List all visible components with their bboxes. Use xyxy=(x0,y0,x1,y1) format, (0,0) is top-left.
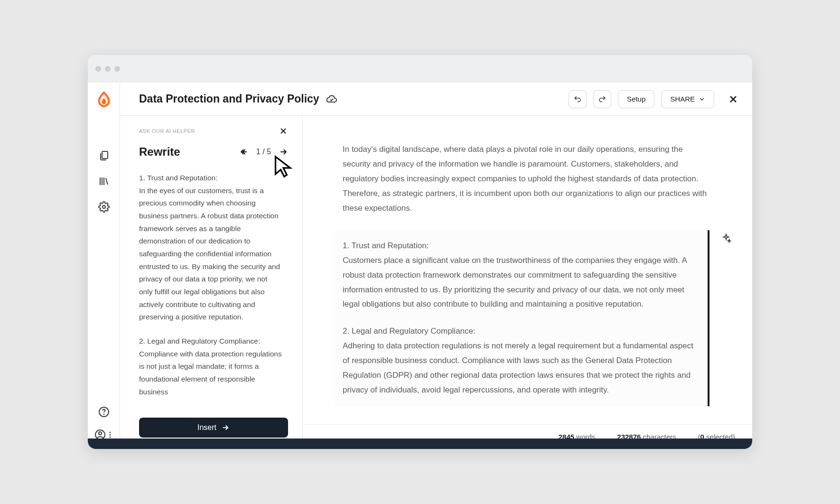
share-button-label: SHARE xyxy=(670,95,695,103)
close-ai-panel-icon[interactable] xyxy=(279,126,288,136)
pager-next-icon[interactable] xyxy=(279,147,288,157)
traffic-light-minimize[interactable] xyxy=(105,66,111,72)
doc-block2-heading: 2. Legal and Regulatory Compliance: xyxy=(343,327,476,336)
documents-icon[interactable] xyxy=(98,150,110,161)
traffic-light-close[interactable] xyxy=(95,66,101,72)
redo-icon xyxy=(598,95,607,103)
arrow-right-icon xyxy=(221,423,230,432)
ai-sparkle-icon[interactable] xyxy=(721,233,731,243)
app-logo-icon xyxy=(95,91,112,108)
settings-icon[interactable] xyxy=(98,201,110,213)
doc-block1-body: Customers place a significant value on t… xyxy=(343,256,687,309)
ai-sec2-heading: 2. Legal and Regulatory Compliance: xyxy=(139,337,260,345)
svg-point-1 xyxy=(103,205,105,208)
doc-block2-body: Adhering to data protection regulations … xyxy=(343,341,693,394)
help-icon[interactable] xyxy=(98,406,110,418)
window-titlebar xyxy=(88,55,752,83)
document-title[interactable]: Data Protection and Privacy Policy xyxy=(139,93,319,105)
selected-text-block[interactable]: 1. Trust and Reputation: Customers place… xyxy=(334,230,709,406)
undo-icon xyxy=(573,95,582,103)
undo-button[interactable] xyxy=(569,90,587,108)
document-scroll[interactable]: In today's digital landscape, where data… xyxy=(303,116,752,424)
content-row: ASK OUR AI HELPER Rewrite 1 / 5 xyxy=(120,116,752,449)
ai-sec1-body: In the eyes of our customers, trust is a… xyxy=(139,187,280,321)
svg-point-7 xyxy=(109,434,111,436)
svg-point-3 xyxy=(103,414,104,415)
redo-button[interactable] xyxy=(593,90,611,108)
ai-sec2-body: Compliance with data protection regulati… xyxy=(139,350,282,396)
setup-button[interactable]: Setup xyxy=(618,90,654,108)
svg-point-5 xyxy=(99,432,102,435)
document-pane: In today's digital landscape, where data… xyxy=(303,116,752,449)
window-bottom-edge xyxy=(88,439,752,449)
svg-rect-0 xyxy=(102,151,108,159)
app-body: Data Protection and Privacy Policy Setup… xyxy=(88,83,752,449)
setup-button-label: Setup xyxy=(627,95,645,103)
traffic-light-zoom[interactable] xyxy=(114,66,120,72)
svg-point-6 xyxy=(109,432,111,433)
suggestion-pager: 1 / 5 xyxy=(239,147,288,157)
ai-sec1-heading: 1. Trust and Reputation: xyxy=(139,174,217,182)
svg-point-8 xyxy=(109,437,111,438)
ai-helper-panel: ASK OUR AI HELPER Rewrite 1 / 5 xyxy=(120,116,303,449)
main-area: Data Protection and Privacy Policy Setup… xyxy=(120,83,752,449)
topbar: Data Protection and Privacy Policy Setup… xyxy=(120,83,752,116)
doc-block1-heading: 1. Trust and Reputation: xyxy=(343,241,429,250)
ai-panel-label: ASK OUR AI HELPER xyxy=(139,128,195,134)
insert-button[interactable]: Insert xyxy=(139,418,288,438)
cloud-sync-icon[interactable] xyxy=(326,93,337,105)
pager-prev-icon[interactable] xyxy=(239,147,249,157)
insert-button-label: Insert xyxy=(197,423,216,432)
ai-suggestion-text[interactable]: 1. Trust and Reputation: In the eyes of … xyxy=(139,172,288,409)
share-button[interactable]: SHARE xyxy=(661,90,714,108)
pager-text: 1 / 5 xyxy=(256,148,271,156)
app-window: Data Protection and Privacy Policy Setup… xyxy=(88,55,752,449)
close-document-icon[interactable] xyxy=(728,93,739,105)
left-nav-rail xyxy=(88,83,120,449)
library-icon[interactable] xyxy=(98,176,110,187)
chevron-down-icon xyxy=(699,96,705,103)
ai-mode-title: Rewrite xyxy=(139,145,180,159)
doc-intro-paragraph[interactable]: In today's digital landscape, where data… xyxy=(343,142,709,216)
